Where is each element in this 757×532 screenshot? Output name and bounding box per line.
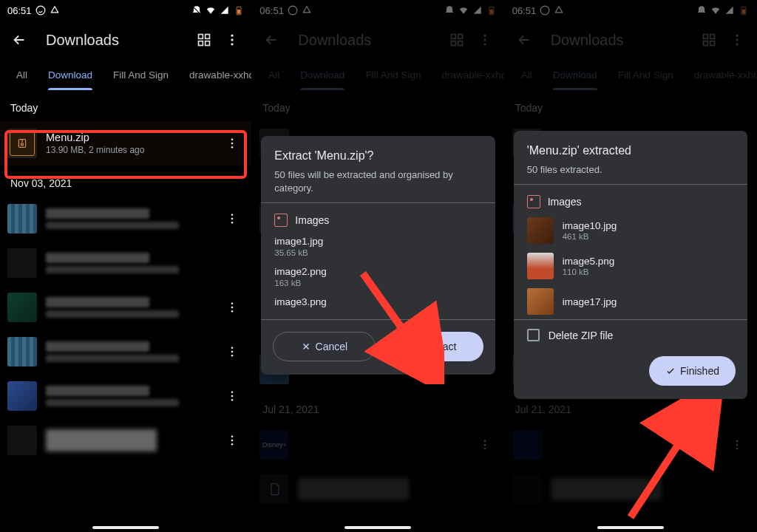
checkbox-icon[interactable]: [527, 329, 540, 341]
svg-rect-4: [199, 35, 203, 39]
extract-button[interactable]: Extract: [383, 332, 483, 361]
section-nov: Nov 03, 2021: [0, 166, 251, 197]
file-meta-blurred: [46, 355, 179, 362]
phone-panel-1: 06:51 Downloads All Download Fill And Si…: [0, 0, 252, 532]
file-more-button[interactable]: [220, 340, 244, 364]
svg-rect-5: [206, 35, 210, 39]
status-time: 06:51: [7, 5, 32, 16]
delete-zip-label: Delete ZIP file: [549, 330, 614, 341]
file-thumb: [7, 337, 37, 366]
svg-point-21: [231, 347, 234, 349]
file-thumb: [7, 426, 37, 455]
dnd-icon: [191, 5, 202, 16]
overflow-menu-button[interactable]: [219, 27, 245, 53]
tab-fill-and-sign[interactable]: Fill And Sign: [103, 59, 179, 90]
delete-zip-checkbox-row[interactable]: Delete ZIP file: [514, 320, 747, 344]
dialog-subtitle: 50 files will be extracted and organised…: [274, 168, 481, 195]
file-row[interactable]: [0, 241, 251, 285]
file-row[interactable]: [0, 418, 251, 463]
file-meta-blurred: [46, 399, 179, 406]
image-category-icon: [527, 195, 540, 208]
file-row[interactable]: [0, 197, 251, 241]
file-thumb: [7, 293, 37, 322]
gdrive-icon: [50, 5, 60, 16]
extracted-dialog: 'Menu.zip' extracted 50 files extracted.…: [514, 131, 747, 399]
category-label: Images: [295, 214, 329, 226]
nav-handle[interactable]: [92, 526, 159, 529]
dialog-title: Extract 'Menu.zip'?: [274, 149, 481, 163]
svg-point-28: [231, 440, 234, 442]
list-item: image2.png163 kB: [274, 262, 481, 292]
svg-point-17: [231, 222, 234, 224]
check-icon: [410, 341, 420, 352]
file-name-blurred: [46, 386, 149, 396]
tab-download[interactable]: Download: [38, 59, 103, 90]
list-item: image1.jpg35.65 kB: [274, 231, 481, 262]
svg-point-9: [231, 38, 234, 41]
whatsapp-icon: [35, 5, 46, 16]
svg-point-26: [231, 399, 234, 401]
phone-panel-3: 06:51 Downloads All Download Fill And Si…: [505, 0, 757, 532]
section-today: Today: [0, 90, 251, 121]
file-more-button[interactable]: [220, 384, 244, 408]
file-more-button[interactable]: [220, 207, 244, 231]
tab-all[interactable]: All: [6, 59, 38, 90]
app-bar: Downloads: [0, 21, 251, 59]
file-thumb: [527, 217, 554, 244]
dialog-title: 'Menu.zip' extracted: [527, 144, 734, 157]
svg-point-8: [231, 35, 234, 37]
list-item: image3.png: [274, 292, 481, 312]
svg-point-16: [231, 218, 234, 220]
zip-icon: [10, 131, 35, 156]
file-thumb: [7, 204, 37, 233]
file-row[interactable]: [0, 285, 251, 330]
category-label: Images: [548, 196, 582, 208]
file-row-menu-zip[interactable]: Menu.zip 13.90 MB, 2 minutes ago: [0, 121, 251, 166]
close-icon: [301, 341, 311, 352]
svg-point-24: [231, 391, 234, 393]
file-thumb: [7, 248, 37, 278]
status-bar: 06:51: [0, 0, 251, 21]
svg-point-13: [231, 143, 234, 145]
page-title: Downloads: [46, 32, 177, 49]
list-item: image5.png110 kB: [514, 248, 747, 284]
dialog-subtitle: 50 files extracted.: [527, 163, 734, 177]
svg-point-18: [231, 302, 234, 304]
svg-point-29: [231, 443, 234, 446]
svg-rect-3: [237, 10, 240, 14]
svg-rect-6: [199, 41, 203, 46]
file-row[interactable]: [0, 330, 251, 374]
finished-button[interactable]: Finished: [649, 356, 736, 386]
file-thumb: [7, 381, 37, 411]
list-item: image10.jpg461 kB: [514, 213, 747, 248]
file-more-button[interactable]: [220, 132, 244, 155]
file-name-blurred: [46, 208, 149, 219]
file-row[interactable]: [0, 374, 251, 418]
tab-drawable[interactable]: drawable-xxhdpi-v4: [179, 59, 251, 90]
check-icon: [665, 366, 676, 376]
cancel-button[interactable]: Cancel: [273, 332, 375, 361]
file-name-blurred: [46, 429, 157, 451]
view-grid-button[interactable]: [191, 27, 217, 53]
phone-panel-2: 06:51 Downloads All Download Fill And Si…: [252, 0, 504, 532]
file-thumb: [527, 253, 554, 279]
file-thumb: [527, 288, 554, 315]
file-meta-blurred: [46, 266, 179, 273]
nav-handle[interactable]: [344, 526, 411, 529]
nav-handle[interactable]: [597, 526, 664, 529]
list-item: image17.jpg: [514, 284, 747, 319]
wifi-icon: [206, 5, 216, 16]
svg-point-20: [231, 310, 234, 313]
svg-point-23: [231, 355, 234, 357]
file-more-button[interactable]: [220, 296, 244, 319]
image-category-icon: [274, 214, 288, 227]
category-images: Images: [261, 203, 495, 231]
svg-point-25: [231, 395, 234, 398]
file-more-button[interactable]: [220, 429, 244, 452]
tabs: All Download Fill And Sign drawable-xxhd…: [0, 59, 251, 90]
signal-icon: [220, 5, 230, 16]
svg-point-10: [231, 43, 234, 45]
battery-icon: [234, 5, 244, 16]
back-button[interactable]: [6, 27, 33, 53]
svg-point-12: [231, 138, 234, 140]
